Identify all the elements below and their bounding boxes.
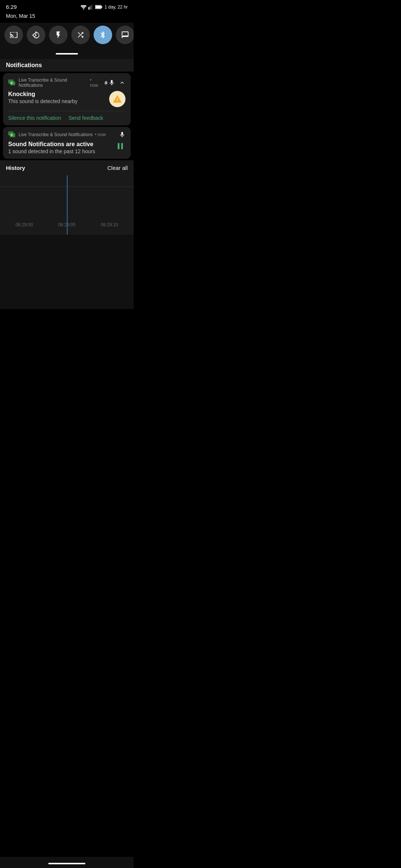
notif-1-actions (108, 79, 125, 86)
timeline-area: 06:29:00 06:29:05 06:29:10 (0, 175, 134, 235)
date-text: Mon, Mar 15 (6, 13, 35, 19)
signal-icon (88, 4, 94, 10)
send-feedback-button[interactable]: Send feedback (68, 115, 103, 121)
chevron-up-icon[interactable] (119, 79, 125, 86)
notif-2-subtitle: 1 sound detected in the past 12 hours (8, 148, 115, 154)
notif-1-header: Live Transcribe & Sound Notifications • … (8, 78, 125, 88)
svg-rect-4 (91, 4, 92, 10)
notif-2-timestamp: • now (95, 132, 106, 137)
svg-point-0 (83, 9, 84, 9)
rotate-icon (32, 31, 40, 39)
clear-all-button[interactable]: Clear all (107, 165, 128, 171)
shuffle-icon (76, 31, 85, 39)
notif-2-title: Sound Notifications are active (8, 141, 115, 148)
screen-record-icon (121, 31, 129, 39)
notification-card-2: Live Transcribe & Sound Notifications • … (3, 127, 131, 159)
notif-1-subtitle: This sound is detected nearby (8, 98, 105, 104)
quick-settings-panel (0, 23, 134, 50)
notif-1-title: Knocking (8, 91, 105, 98)
date-row: Mon, Mar 15 (0, 11, 134, 23)
history-label: History (6, 165, 25, 171)
qs-flashlight-button[interactable] (49, 26, 68, 44)
cast-icon (10, 31, 18, 39)
notif-2-text: Sound Notifications are active 1 sound d… (8, 141, 115, 154)
qs-cast-button[interactable] (4, 26, 23, 44)
qs-extra-button[interactable] (71, 26, 90, 44)
warning-icon-container (109, 91, 125, 107)
status-icons: 1 day, 22 hr (80, 4, 128, 10)
svg-rect-3 (90, 5, 91, 10)
drag-indicator (0, 50, 134, 59)
status-bar: 6:29 1 day, 22 hr (0, 0, 134, 11)
qs-screen-record-button[interactable] (116, 26, 134, 44)
drag-bar (56, 53, 78, 55)
flashlight-icon (54, 31, 62, 39)
warning-icon (113, 94, 122, 104)
bluetooth-icon (99, 31, 107, 39)
notif-2-header-actions (119, 131, 125, 138)
notif-1-body: Knocking This sound is detected nearby (8, 91, 125, 107)
svg-rect-2 (89, 6, 90, 9)
notif-1-app-info: Live Transcribe & Sound Notifications • … (8, 78, 108, 88)
notif-2-body: Sound Notifications are active 1 sound d… (8, 141, 125, 154)
notif-1-app-name: Live Transcribe & Sound Notifications (19, 78, 88, 88)
qs-bluetooth-button[interactable] (94, 26, 112, 44)
live-transcribe-icon-2 (8, 131, 16, 138)
wifi-icon (80, 4, 87, 10)
notifications-title: Notifications (6, 62, 42, 68)
notif-1-action-buttons: Silence this notification Send feedback (8, 111, 125, 121)
timeline-playhead (67, 175, 68, 235)
notifications-header: Notifications (0, 59, 134, 72)
bottom-area (0, 235, 134, 309)
notif-1-text: Knocking This sound is detected nearby (8, 91, 105, 104)
timestamp-3: 06:29:10 (101, 222, 118, 227)
battery-text: 1 day, 22 hr (105, 4, 128, 10)
history-bar: History Clear all (0, 160, 134, 175)
live-transcribe-icon (8, 79, 16, 86)
svg-rect-1 (88, 7, 89, 10)
svg-rect-6 (101, 6, 102, 8)
notif-2-app-info: Live Transcribe & Sound Notifications • … (8, 131, 119, 138)
timestamp-1: 06:29:00 (16, 222, 33, 227)
status-time: 6:29 (6, 4, 17, 10)
pause-button[interactable] (115, 141, 125, 151)
notif-2-header: Live Transcribe & Sound Notifications • … (8, 131, 125, 138)
mic-icon-2[interactable] (119, 131, 125, 138)
notification-card-1: Live Transcribe & Sound Notifications • … (3, 73, 131, 125)
notif-2-app-name: Live Transcribe & Sound Notifications (19, 132, 92, 137)
bell-icon (104, 80, 108, 85)
mic-icon-1[interactable] (108, 79, 115, 86)
svg-rect-7 (95, 6, 101, 8)
battery-icon (95, 5, 102, 9)
qs-rotate-button[interactable] (27, 26, 45, 44)
silence-notification-button[interactable]: Silence this notification (8, 115, 61, 121)
notif-1-timestamp: • now (90, 78, 100, 88)
